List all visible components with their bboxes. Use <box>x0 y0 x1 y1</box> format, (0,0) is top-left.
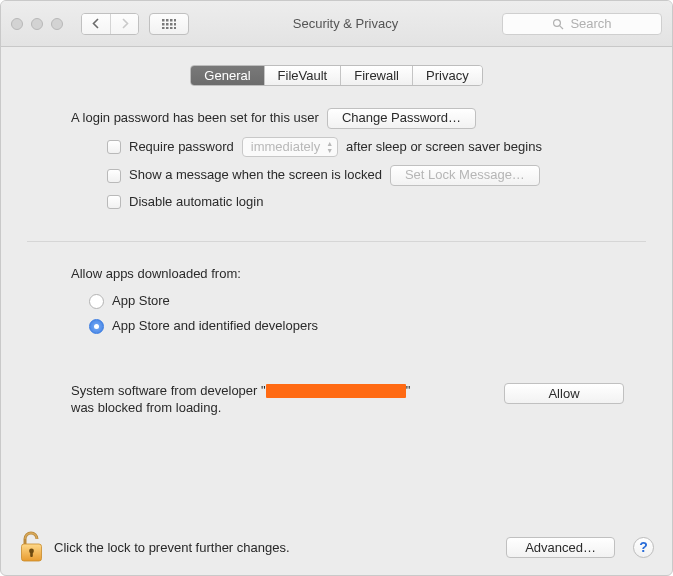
tab-general[interactable]: General <box>191 66 263 85</box>
search-icon <box>552 18 564 30</box>
radio-app-store[interactable] <box>89 294 104 309</box>
svg-rect-10 <box>170 27 173 29</box>
require-password-tail: after sleep or screen saver begins <box>346 139 542 156</box>
window-title: Security & Privacy <box>199 16 492 31</box>
require-password-delay-popup[interactable]: immediately ▲▼ <box>242 137 338 157</box>
svg-rect-5 <box>166 23 169 26</box>
forward-button <box>110 14 138 34</box>
blocked-software-message: System software from developer "" was bl… <box>71 383 411 417</box>
require-password-label: Require password <box>129 139 234 156</box>
gatekeeper-section: Allow apps downloaded from: App Store Ap… <box>71 242 624 417</box>
show-message-checkbox[interactable] <box>107 169 121 183</box>
allow-button[interactable]: Allow <box>504 383 624 404</box>
close-icon[interactable] <box>11 18 23 30</box>
show-all-button[interactable] <box>149 13 189 35</box>
gatekeeper-heading: Allow apps downloaded from: <box>71 266 624 281</box>
tab-firewall[interactable]: Firewall <box>340 66 412 85</box>
svg-rect-2 <box>170 19 173 22</box>
minimize-icon[interactable] <box>31 18 43 30</box>
back-button[interactable] <box>82 14 110 34</box>
developer-name-redacted <box>266 384 406 398</box>
radio-app-store-label: App Store <box>112 293 170 310</box>
login-password-row: A login password has been set for this u… <box>71 108 624 129</box>
zoom-icon[interactable] <box>51 18 63 30</box>
blocked-software-row: System software from developer "" was bl… <box>71 383 624 417</box>
search-placeholder: Search <box>570 16 611 31</box>
radio-identified-developers-label: App Store and identified developers <box>112 318 318 335</box>
require-password-checkbox[interactable] <box>107 140 121 154</box>
disable-auto-login-row: Disable automatic login <box>71 194 624 211</box>
svg-rect-9 <box>166 27 169 29</box>
tab-bar-container: General FileVault Firewall Privacy <box>1 65 672 86</box>
search-field[interactable]: Search <box>502 13 662 35</box>
svg-rect-11 <box>174 27 176 29</box>
disable-auto-login-label: Disable automatic login <box>129 194 263 211</box>
help-button[interactable]: ? <box>633 537 654 558</box>
svg-rect-1 <box>166 19 169 22</box>
traffic-lights <box>11 18 63 30</box>
svg-rect-6 <box>170 23 173 26</box>
chevron-up-down-icon: ▲▼ <box>326 140 333 154</box>
svg-rect-8 <box>162 27 165 29</box>
general-pane: A login password has been set for this u… <box>1 86 672 416</box>
radio-identified-developers[interactable] <box>89 319 104 334</box>
nav-back-forward <box>81 13 139 35</box>
footer: Click the lock to prevent further change… <box>1 519 672 575</box>
tab-privacy[interactable]: Privacy <box>412 66 482 85</box>
preferences-window: Security & Privacy Search General FileVa… <box>0 0 673 576</box>
require-password-row: Require password immediately ▲▼ after sl… <box>71 137 624 157</box>
tab-filevault[interactable]: FileVault <box>264 66 341 85</box>
svg-rect-3 <box>174 19 176 22</box>
disable-auto-login-checkbox[interactable] <box>107 195 121 209</box>
svg-rect-7 <box>174 23 176 26</box>
gatekeeper-option-identified: App Store and identified developers <box>71 318 624 335</box>
show-message-label: Show a message when the screen is locked <box>129 167 382 184</box>
show-message-row: Show a message when the screen is locked… <box>71 165 624 186</box>
svg-point-12 <box>554 19 561 26</box>
login-password-label: A login password has been set for this u… <box>71 110 319 127</box>
advanced-button[interactable]: Advanced… <box>506 537 615 558</box>
lock-icon[interactable] <box>19 531 44 563</box>
svg-rect-0 <box>162 19 165 22</box>
svg-line-13 <box>560 25 563 28</box>
change-password-button[interactable]: Change Password… <box>327 108 476 129</box>
set-lock-message-button: Set Lock Message… <box>390 165 540 186</box>
svg-rect-4 <box>162 23 165 26</box>
gatekeeper-option-appstore: App Store <box>71 293 624 310</box>
lock-message: Click the lock to prevent further change… <box>54 540 290 555</box>
tab-bar: General FileVault Firewall Privacy <box>190 65 482 86</box>
svg-rect-16 <box>30 551 33 557</box>
toolbar: Security & Privacy Search <box>1 1 672 47</box>
